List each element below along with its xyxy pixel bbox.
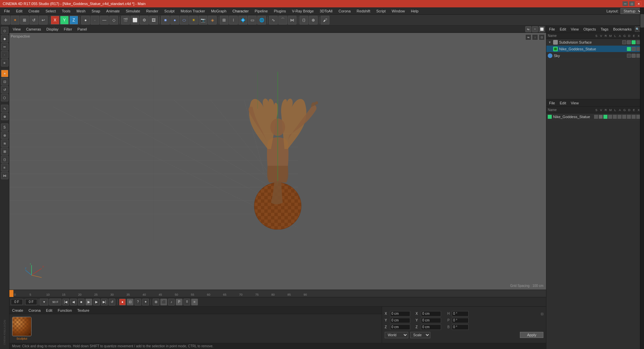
viewport[interactable]: Perspective ⇆ ↕ ⊡ [9, 33, 546, 290]
menu-vraybridge[interactable]: V-Ray Bridge [289, 8, 317, 14]
apply-button[interactable]: Apply [520, 332, 543, 338]
coord-z2-input[interactable] [421, 325, 441, 330]
vp-ctrl-1[interactable]: ⇆ [525, 26, 531, 32]
scale-select-dropdown[interactable]: Scale [410, 332, 430, 338]
vp-gizmo-btn1[interactable]: ⇆ [525, 34, 531, 40]
timeline-start-marker[interactable] [9, 290, 13, 297]
left-tool-move[interactable]: ✦ [1, 70, 8, 77]
left-tool-s4[interactable]: ⊞ [1, 148, 8, 155]
menu-tools[interactable]: Tools [59, 8, 73, 14]
toolbar-array-btn[interactable]: ⊞ [220, 16, 228, 24]
menu-help[interactable]: Help [408, 8, 421, 14]
left-tool-object[interactable]: ◇ [1, 27, 8, 34]
coord-b-input[interactable] [452, 325, 469, 330]
playback-keymode2-btn[interactable]: ✦ [142, 299, 149, 305]
playback-play-btn[interactable]: ▶ [86, 299, 92, 305]
toolbar-yaxis-btn[interactable]: Y [60, 16, 69, 24]
subdivision-expand-icon[interactable]: ▼ [548, 40, 552, 44]
tab-function[interactable]: Function [56, 308, 73, 313]
toolbar-rotate-tool[interactable]: ↺ [30, 16, 38, 24]
left-tool-spline[interactable]: ∿ [1, 105, 8, 112]
obj-search-icon[interactable]: 🔍 [635, 27, 640, 32]
menu-window[interactable]: Window [389, 8, 408, 14]
left-tool-point[interactable]: · [1, 51, 8, 58]
vp-menu-cameras[interactable]: Cameras [24, 27, 43, 32]
coord-h-input[interactable] [452, 311, 469, 316]
menu-sculpt[interactable]: Sculpt [162, 8, 177, 14]
playback-prev-btn[interactable]: ◀ [70, 299, 77, 305]
left-tool-s7[interactable]: ⋈ [1, 172, 8, 179]
menu-select[interactable]: Select [43, 8, 59, 14]
toolbar-render-picture-btn[interactable]: 🖼 [149, 16, 158, 24]
playback-current-frame[interactable] [11, 299, 23, 305]
coord-p-input[interactable] [452, 318, 469, 323]
obj-row-subdivision[interactable]: ▼ Subdivision Surface [546, 39, 642, 46]
toolbar-camera-btn[interactable]: 📷 [199, 16, 207, 24]
obj-header-file[interactable]: File [548, 27, 556, 32]
left-tool-s1[interactable]: S [1, 123, 8, 131]
vp-gizmo-btn2[interactable]: ↕ [532, 34, 538, 40]
playback-end-btn[interactable]: ▶| [101, 299, 108, 305]
toolbar-cursor-tool[interactable]: ✛ [1, 16, 10, 24]
playback-loop-btn[interactable]: ↺ [109, 299, 115, 305]
toolbar-move-tool[interactable]: ✦ [11, 16, 19, 24]
toolbar-light-btn[interactable]: ☀ [189, 16, 198, 24]
playback-begin-btn[interactable]: |◀ [62, 299, 69, 305]
toolbar-cube-btn[interactable]: ■ [161, 16, 170, 24]
attr-header-view[interactable]: View [570, 100, 580, 106]
coord-x-input[interactable] [390, 311, 410, 316]
obj-header-tags[interactable]: Tags [599, 27, 610, 32]
toolbar-point-mode[interactable]: · [91, 16, 99, 24]
playback-end-input[interactable]: 90 F [49, 299, 61, 305]
vp-ctrl-2[interactable]: + [532, 26, 538, 32]
menu-edit[interactable]: Edit [13, 8, 25, 14]
menu-3dtoall[interactable]: 3DToAll [317, 8, 335, 14]
obj-row-statue[interactable]: Nike_Goddess_Statue [546, 46, 642, 52]
material-preview-sphere[interactable] [12, 317, 32, 336]
left-tool-s6[interactable]: ≡ [1, 164, 8, 171]
attr-header-file[interactable]: File [548, 100, 556, 106]
layout-dropdown[interactable]: Startup [621, 8, 643, 14]
menu-plugins[interactable]: Plugins [271, 8, 288, 14]
toolbar-sphere-btn[interactable]: ● [170, 16, 179, 24]
playback-autokey-btn[interactable]: ⊡ [127, 299, 133, 305]
obj-header-view[interactable]: View [570, 27, 580, 32]
menu-script[interactable]: Script [374, 8, 388, 14]
playback-keymodes-btn[interactable]: ? [135, 299, 141, 305]
obj-header-bookmarks[interactable]: Bookmarks [612, 27, 633, 32]
tab-texture[interactable]: Texture [76, 308, 91, 313]
toolbar-fracture-btn[interactable]: 💠 [238, 16, 247, 24]
playback-next-btn[interactable]: ▶ [93, 299, 100, 305]
menu-mograph[interactable]: MoGraph [208, 8, 229, 14]
menu-corona[interactable]: Corona [336, 8, 353, 14]
left-tool-s3[interactable]: ≋ [1, 140, 8, 147]
toolbar-floor-btn[interactable]: ▭ [248, 16, 257, 24]
vp-menu-panel[interactable]: Panel [75, 27, 89, 32]
toolbar-cloner-btn[interactable]: ⁞ [229, 16, 238, 24]
toolbar-scale-tool[interactable]: ⊞ [20, 16, 29, 24]
left-tool-scale[interactable]: ⊡ [1, 78, 8, 85]
menu-create[interactable]: Create [26, 8, 42, 14]
left-tool-s2[interactable]: ⊛ [1, 132, 8, 139]
left-tool-rotate[interactable]: ↺ [1, 86, 8, 93]
timeline-row[interactable]: 0 5 10 15 20 25 30 35 40 45 50 55 60 65 … [9, 290, 546, 297]
toolbar-bezier-btn[interactable]: ⌒ [278, 16, 287, 24]
playback-preview-btn[interactable]: ⬛ [160, 299, 167, 305]
coord-y2-input[interactable] [421, 318, 441, 323]
toolbar-render-region-btn[interactable]: ⬜ [130, 16, 139, 24]
menu-simulate[interactable]: Simulate [123, 8, 143, 14]
vp-menu-view[interactable]: View [11, 27, 23, 32]
toolbar-render-btn[interactable]: 🎬 [121, 16, 130, 24]
world-select-dropdown[interactable]: World Object [385, 332, 408, 338]
menu-mesh[interactable]: Mesh [74, 8, 88, 14]
attr-row-statue[interactable]: Nike_Goddess_Statue [546, 113, 642, 120]
left-tool-s5[interactable]: ⟨⟩ [1, 156, 8, 163]
menu-file[interactable]: File [1, 8, 13, 14]
left-tool-edge[interactable]: ═ [1, 43, 8, 50]
coord-y-input[interactable] [390, 318, 410, 323]
toolbar-sky-btn[interactable]: 🌐 [257, 16, 266, 24]
toolbar-render-settings-btn[interactable]: ⚙ [140, 16, 149, 24]
playback-loop2-btn[interactable]: P [176, 299, 182, 305]
menu-redshift[interactable]: Redshift [354, 8, 373, 14]
playback-stop-btn[interactable]: ■ [78, 299, 85, 305]
